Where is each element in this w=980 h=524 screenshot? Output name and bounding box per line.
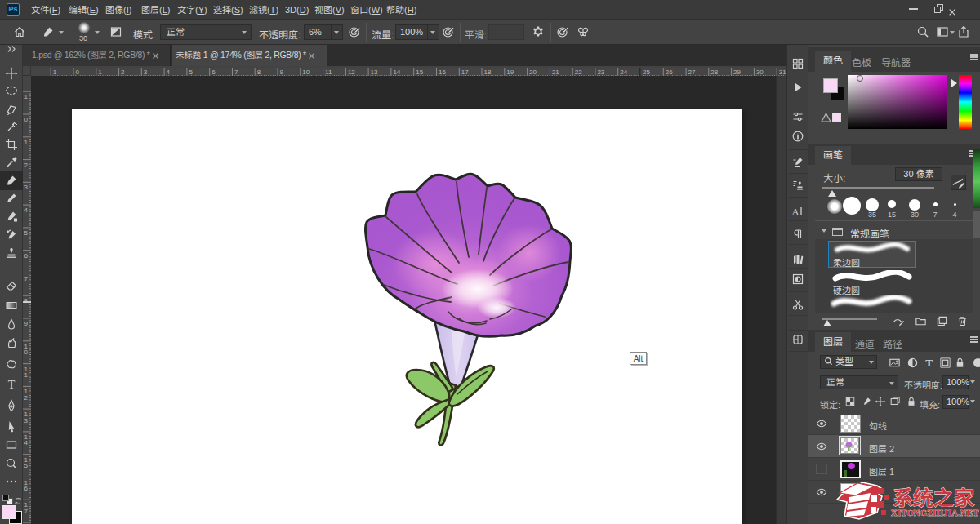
svg-text:20: 20: [529, 69, 537, 76]
svg-text:14: 14: [393, 69, 400, 76]
svg-text:6: 6: [24, 252, 29, 260]
svg-text:31: 31: [779, 69, 786, 76]
svg-text:3: 3: [144, 69, 148, 76]
svg-text:29: 29: [733, 69, 741, 76]
svg-text:6: 6: [24, 485, 29, 492]
svg-text:17: 17: [461, 69, 469, 76]
svg-text:0: 0: [24, 349, 29, 356]
svg-text:1: 1: [98, 69, 102, 76]
svg-text:3: 3: [24, 417, 29, 424]
svg-text:1: 1: [24, 139, 29, 146]
svg-text:XITONGZHIJIA.NET: XITONGZHIJIA.NET: [891, 508, 979, 517]
svg-text:13: 13: [371, 69, 378, 76]
svg-text:15: 15: [416, 69, 423, 76]
svg-text:10: 10: [302, 69, 310, 76]
svg-text:25: 25: [643, 69, 650, 76]
svg-text:18: 18: [484, 69, 492, 76]
svg-text:1: 1: [53, 69, 57, 76]
svg-text:0: 0: [76, 69, 80, 76]
svg-text:T: T: [8, 379, 16, 391]
svg-text:9: 9: [24, 320, 29, 327]
svg-text:0: 0: [24, 116, 29, 123]
svg-text:4: 4: [24, 206, 29, 214]
svg-text:23: 23: [597, 69, 604, 76]
svg-text:11: 11: [325, 69, 332, 76]
svg-text:3: 3: [24, 184, 29, 191]
svg-text:1: 1: [24, 93, 29, 100]
svg-text:22: 22: [575, 69, 582, 76]
svg-text:7: 7: [24, 508, 29, 515]
svg-text:19: 19: [506, 69, 514, 76]
svg-text:1: 1: [24, 371, 29, 379]
svg-text:A: A: [791, 206, 800, 218]
svg-text:5: 5: [24, 462, 29, 469]
svg-text:8: 8: [257, 69, 261, 76]
svg-text:27: 27: [688, 69, 696, 76]
svg-text:T: T: [925, 357, 933, 369]
svg-text:8: 8: [24, 297, 29, 304]
svg-text:28: 28: [710, 69, 718, 76]
svg-text:12: 12: [348, 69, 355, 76]
svg-text:5: 5: [24, 229, 29, 237]
svg-text:2: 2: [121, 69, 125, 76]
svg-text:16: 16: [439, 69, 446, 76]
svg-text:24: 24: [620, 69, 627, 76]
svg-text:6: 6: [212, 69, 216, 76]
svg-text:21: 21: [552, 69, 559, 76]
svg-text:9: 9: [280, 69, 284, 76]
svg-text:30: 30: [756, 69, 764, 76]
svg-text:5: 5: [189, 69, 193, 76]
svg-text:7: 7: [24, 275, 29, 282]
svg-text:2: 2: [24, 394, 29, 402]
svg-text:2: 2: [24, 162, 29, 169]
svg-text:系统之家: 系统之家: [893, 482, 975, 511]
svg-text:4: 4: [24, 439, 29, 446]
svg-text:7: 7: [234, 69, 238, 76]
svg-text:26: 26: [666, 69, 673, 76]
svg-text:4: 4: [167, 69, 171, 76]
